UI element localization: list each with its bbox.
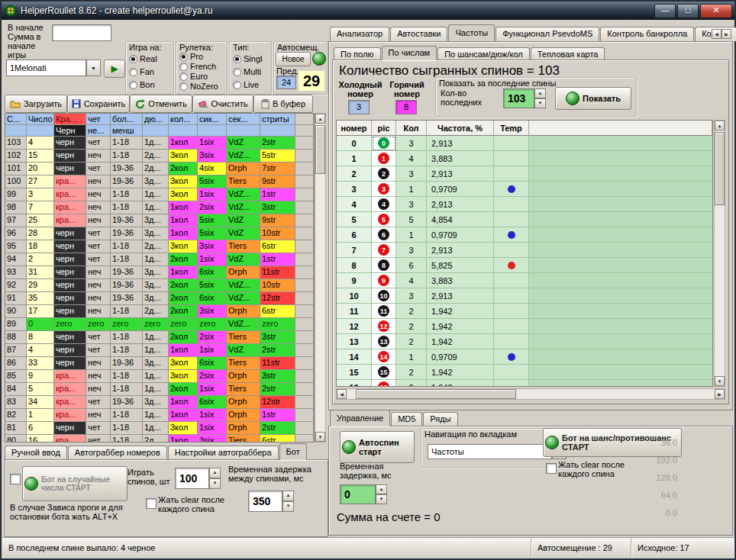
- tab-analyzer[interactable]: Анализатор: [330, 27, 389, 41]
- table-row[interactable]: 888чернчет1-181д...2кол2sixTiers3str: [5, 331, 314, 344]
- radio-bon[interactable]: Bon: [129, 80, 155, 89]
- table-row[interactable]: 141410,9709: [337, 349, 712, 365]
- new-shift-button[interactable]: Новое: [276, 52, 311, 66]
- table-row[interactable]: 10027кра...неч19-363д...3кол5sixTiers9st…: [5, 175, 314, 188]
- random-bot-checkbox[interactable]: [10, 474, 21, 484]
- freq-hscroll-thumb[interactable]: [356, 389, 516, 399]
- table-row[interactable]: 0032,913: [337, 136, 712, 151]
- table-row[interactable]: 987кра...неч1-181д...1кол2sixVdZ...3str: [5, 201, 314, 214]
- spins-count-stepper[interactable]: 100 ▲▼: [175, 468, 221, 489]
- spin-down-icon[interactable]: ▼: [534, 98, 546, 108]
- clear-after-spin-checkbox-2[interactable]: [546, 463, 557, 474]
- title-bar[interactable]: HelperRoullet 8.62 - create helperroulle…: [2, 2, 734, 20]
- radio-fan[interactable]: Fan: [129, 67, 154, 76]
- tab-autograbber[interactable]: Автограббер номеров: [68, 446, 167, 460]
- tab-rows[interactable]: Ряды: [423, 412, 457, 426]
- table-row[interactable]: 161621,942: [337, 380, 712, 387]
- table-row[interactable]: 9725кра...неч19-363д...1кол5sixVdZ9str: [5, 214, 314, 227]
- spin-delay-stepper[interactable]: 350 ▲▼: [248, 491, 294, 512]
- tab-control[interactable]: Управление: [330, 410, 390, 426]
- radio-live[interactable]: Live: [233, 80, 259, 89]
- spin-down-icon[interactable]: ▼: [209, 478, 221, 489]
- copy-to-buffer-button[interactable]: В буфер: [253, 95, 313, 113]
- table-row[interactable]: 874чернчет1-181д...1кол1sixVdZ2str: [5, 344, 314, 357]
- tab-bot[interactable]: Бот: [279, 443, 307, 460]
- radio-pro[interactable]: Pro: [179, 52, 203, 61]
- radio-singl[interactable]: Singl: [233, 54, 262, 63]
- table-row[interactable]: 1034чернчет1-181д...1кол1sixVdZ2str: [5, 137, 314, 150]
- table-row[interactable]: 8016кра...чет1-182д...1кол3sixTiers6str: [5, 435, 314, 443]
- table-row[interactable]: 10120чернчет19-362д...2кол4sixOrph7str: [5, 163, 314, 175]
- radio-french[interactable]: French: [179, 62, 216, 71]
- table-row[interactable]: 131321,942: [337, 334, 712, 349]
- table-row[interactable]: 5554,854: [337, 212, 712, 227]
- table-row[interactable]: 4432,913: [337, 197, 712, 212]
- spin-up-icon[interactable]: ▲: [534, 89, 546, 98]
- subtab-by-chances[interactable]: По шансам/дюж/кол: [437, 47, 530, 60]
- tab-frequencies[interactable]: Частоты: [448, 24, 495, 41]
- radio-real[interactable]: Real: [129, 54, 157, 63]
- tab-scroll-right-icon[interactable]: ▶: [721, 29, 731, 39]
- table-row[interactable]: 2232,913: [337, 166, 712, 182]
- freq-scrollbar[interactable]: ▲ ▼: [714, 120, 725, 387]
- profile-combobox[interactable]: 1Melonati ▼: [6, 60, 101, 76]
- scroll-right-icon[interactable]: ▶: [715, 389, 725, 399]
- minimize-button[interactable]: —: [654, 4, 676, 18]
- spin-up-icon[interactable]: ▲: [376, 484, 387, 494]
- control-delay-stepper[interactable]: 0 ▲▼: [340, 484, 387, 504]
- radio-nozero[interactable]: NoZero: [179, 82, 218, 91]
- scroll-up-icon[interactable]: ▲: [315, 114, 325, 124]
- spin-down-icon[interactable]: ▼: [282, 501, 294, 512]
- start-sum-input[interactable]: [52, 24, 111, 41]
- last-count-stepper[interactable]: 103 ▲▼: [503, 89, 546, 108]
- scroll-up-icon[interactable]: ▲: [715, 121, 725, 130]
- table-row[interactable]: 101032,913: [337, 288, 712, 304]
- table-row[interactable]: 9331черннеч19-363д...1кол6sixOrph11str: [5, 266, 314, 279]
- subtab-by-field[interactable]: По полю: [334, 47, 381, 60]
- table-row[interactable]: 816чернчет1-181д...3кол1sixOrph2str: [5, 422, 314, 435]
- table-row[interactable]: 9229черннеч19-363д...2кол5sixVdZ...10str: [5, 279, 314, 292]
- autospin-start-button[interactable]: Автоспин старт: [340, 431, 415, 463]
- table-row[interactable]: 9943,883: [337, 273, 712, 288]
- tab-bankroll[interactable]: Контроль банкролла: [600, 27, 694, 41]
- table-row[interactable]: 9135черннеч19-363д...2кол6sixVdZ...12str: [5, 292, 314, 305]
- subtab-by-numbers[interactable]: По числам: [382, 46, 437, 60]
- tab-grabber-settings[interactable]: Настройки автограббера: [168, 446, 279, 460]
- table-row[interactable]: 3310,9709: [337, 182, 712, 197]
- table-row[interactable]: 845кра...неч1-181д...2кол1sixTiers2str: [5, 383, 314, 396]
- table-row[interactable]: 9518чернчет1-182д...3кол3sixTiers6str: [5, 240, 314, 253]
- undo-button[interactable]: Отменить: [130, 95, 192, 113]
- subtab-heatmap[interactable]: Тепловая карта: [531, 47, 605, 60]
- table-row[interactable]: 890zerozerozerozerozerozeroVdZ...zero: [5, 318, 314, 331]
- table-row[interactable]: 821кра...неч1-181д...1кол1sixOrph1str: [5, 409, 314, 422]
- spin-up-icon[interactable]: ▲: [282, 491, 294, 501]
- table-row[interactable]: 9628чернчет19-363д...1кол5sixVdZ10str: [5, 227, 314, 240]
- spin-down-icon[interactable]: ▼: [376, 494, 387, 504]
- show-button[interactable]: Показать: [555, 87, 631, 110]
- table-row[interactable]: 859кра...неч1-181д...3кол2sixOrph3str: [5, 370, 314, 383]
- save-button[interactable]: Сохранить: [67, 95, 130, 113]
- tab-manual-input[interactable]: Ручной ввод: [5, 446, 67, 460]
- scroll-left-icon[interactable]: ◀: [337, 389, 347, 399]
- tab-md5[interactable]: MD5: [391, 412, 422, 426]
- table-row[interactable]: 8633черннеч19-363д...3кол6sixTiers11str: [5, 357, 314, 370]
- close-button[interactable]: ✕: [700, 4, 732, 18]
- clear-button[interactable]: Очистить: [192, 95, 253, 113]
- table-row[interactable]: 121221,942: [337, 319, 712, 334]
- load-button[interactable]: Загрузить: [5, 95, 67, 113]
- clear-after-spin-checkbox[interactable]: [146, 498, 157, 509]
- freq-scroll-thumb[interactable]: [715, 132, 725, 205]
- table-row[interactable]: 9017черннеч1-182д...2кол3sixOrph6str: [5, 305, 314, 318]
- scroll-down-icon[interactable]: ▼: [315, 432, 325, 442]
- freq-hscrollbar[interactable]: ◀ ▶: [336, 388, 725, 400]
- table-row[interactable]: 111121,942: [337, 304, 712, 319]
- table-row[interactable]: 8865,825: [337, 258, 712, 273]
- table-row[interactable]: 942чернчет1-181д...2кол1sixVdZ1str: [5, 253, 314, 266]
- radio-multi[interactable]: Multi: [233, 67, 261, 76]
- tab-scroll-left-icon[interactable]: ◀: [712, 29, 721, 39]
- table-row[interactable]: 1143,883: [337, 151, 712, 166]
- maximize-button[interactable]: □: [677, 4, 699, 18]
- table-row[interactable]: 151521,942: [337, 365, 712, 380]
- tab-autobets[interactable]: Автоставки: [390, 27, 447, 41]
- tab-psevdoms[interactable]: Функционал PsevdoMS: [496, 27, 599, 41]
